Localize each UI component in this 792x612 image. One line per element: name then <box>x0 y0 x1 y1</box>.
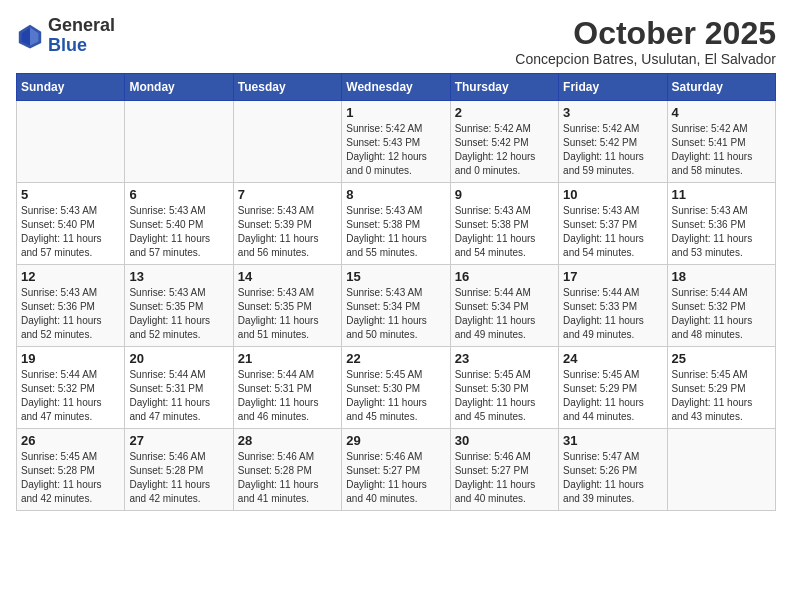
day-info: Sunrise: 5:45 AMSunset: 5:28 PMDaylight:… <box>21 450 120 506</box>
day-number: 19 <box>21 351 120 366</box>
day-info: Sunrise: 5:44 AMSunset: 5:32 PMDaylight:… <box>21 368 120 424</box>
calendar-cell: 5Sunrise: 5:43 AMSunset: 5:40 PMDaylight… <box>17 183 125 265</box>
day-number: 12 <box>21 269 120 284</box>
calendar-week-2: 12Sunrise: 5:43 AMSunset: 5:36 PMDayligh… <box>17 265 776 347</box>
day-number: 24 <box>563 351 662 366</box>
day-info: Sunrise: 5:43 AMSunset: 5:34 PMDaylight:… <box>346 286 445 342</box>
calendar-cell: 12Sunrise: 5:43 AMSunset: 5:36 PMDayligh… <box>17 265 125 347</box>
day-info: Sunrise: 5:44 AMSunset: 5:31 PMDaylight:… <box>238 368 337 424</box>
calendar-cell: 22Sunrise: 5:45 AMSunset: 5:30 PMDayligh… <box>342 347 450 429</box>
calendar-cell: 3Sunrise: 5:42 AMSunset: 5:42 PMDaylight… <box>559 101 667 183</box>
calendar-cell: 20Sunrise: 5:44 AMSunset: 5:31 PMDayligh… <box>125 347 233 429</box>
calendar-cell <box>667 429 775 511</box>
day-info: Sunrise: 5:43 AMSunset: 5:40 PMDaylight:… <box>129 204 228 260</box>
day-number: 26 <box>21 433 120 448</box>
day-info: Sunrise: 5:43 AMSunset: 5:40 PMDaylight:… <box>21 204 120 260</box>
day-info: Sunrise: 5:44 AMSunset: 5:33 PMDaylight:… <box>563 286 662 342</box>
day-number: 5 <box>21 187 120 202</box>
day-number: 21 <box>238 351 337 366</box>
day-info: Sunrise: 5:46 AMSunset: 5:28 PMDaylight:… <box>129 450 228 506</box>
day-info: Sunrise: 5:43 AMSunset: 5:39 PMDaylight:… <box>238 204 337 260</box>
weekday-header-thursday: Thursday <box>450 74 558 101</box>
day-info: Sunrise: 5:43 AMSunset: 5:37 PMDaylight:… <box>563 204 662 260</box>
calendar-cell <box>125 101 233 183</box>
day-info: Sunrise: 5:43 AMSunset: 5:35 PMDaylight:… <box>238 286 337 342</box>
calendar-cell <box>233 101 341 183</box>
calendar-cell: 28Sunrise: 5:46 AMSunset: 5:28 PMDayligh… <box>233 429 341 511</box>
logo: General Blue <box>16 16 115 56</box>
day-info: Sunrise: 5:45 AMSunset: 5:30 PMDaylight:… <box>346 368 445 424</box>
calendar-cell: 8Sunrise: 5:43 AMSunset: 5:38 PMDaylight… <box>342 183 450 265</box>
logo-icon <box>16 22 44 50</box>
day-info: Sunrise: 5:45 AMSunset: 5:30 PMDaylight:… <box>455 368 554 424</box>
day-info: Sunrise: 5:43 AMSunset: 5:35 PMDaylight:… <box>129 286 228 342</box>
calendar-cell: 15Sunrise: 5:43 AMSunset: 5:34 PMDayligh… <box>342 265 450 347</box>
calendar-cell: 9Sunrise: 5:43 AMSunset: 5:38 PMDaylight… <box>450 183 558 265</box>
day-info: Sunrise: 5:42 AMSunset: 5:42 PMDaylight:… <box>563 122 662 178</box>
day-info: Sunrise: 5:43 AMSunset: 5:38 PMDaylight:… <box>455 204 554 260</box>
day-number: 29 <box>346 433 445 448</box>
calendar-cell: 17Sunrise: 5:44 AMSunset: 5:33 PMDayligh… <box>559 265 667 347</box>
weekday-header-friday: Friday <box>559 74 667 101</box>
weekday-header-saturday: Saturday <box>667 74 775 101</box>
day-number: 27 <box>129 433 228 448</box>
day-info: Sunrise: 5:43 AMSunset: 5:36 PMDaylight:… <box>672 204 771 260</box>
calendar-cell: 18Sunrise: 5:44 AMSunset: 5:32 PMDayligh… <box>667 265 775 347</box>
calendar-cell: 1Sunrise: 5:42 AMSunset: 5:43 PMDaylight… <box>342 101 450 183</box>
day-number: 6 <box>129 187 228 202</box>
day-info: Sunrise: 5:42 AMSunset: 5:41 PMDaylight:… <box>672 122 771 178</box>
day-info: Sunrise: 5:46 AMSunset: 5:27 PMDaylight:… <box>455 450 554 506</box>
day-number: 15 <box>346 269 445 284</box>
calendar-week-0: 1Sunrise: 5:42 AMSunset: 5:43 PMDaylight… <box>17 101 776 183</box>
calendar-cell: 31Sunrise: 5:47 AMSunset: 5:26 PMDayligh… <box>559 429 667 511</box>
day-number: 16 <box>455 269 554 284</box>
day-number: 23 <box>455 351 554 366</box>
day-number: 9 <box>455 187 554 202</box>
calendar-week-3: 19Sunrise: 5:44 AMSunset: 5:32 PMDayligh… <box>17 347 776 429</box>
calendar-cell: 19Sunrise: 5:44 AMSunset: 5:32 PMDayligh… <box>17 347 125 429</box>
day-number: 28 <box>238 433 337 448</box>
calendar-table: SundayMondayTuesdayWednesdayThursdayFrid… <box>16 73 776 511</box>
day-number: 25 <box>672 351 771 366</box>
day-info: Sunrise: 5:42 AMSunset: 5:43 PMDaylight:… <box>346 122 445 178</box>
logo-text: General Blue <box>48 16 115 56</box>
day-number: 18 <box>672 269 771 284</box>
day-info: Sunrise: 5:42 AMSunset: 5:42 PMDaylight:… <box>455 122 554 178</box>
calendar-cell: 11Sunrise: 5:43 AMSunset: 5:36 PMDayligh… <box>667 183 775 265</box>
day-info: Sunrise: 5:45 AMSunset: 5:29 PMDaylight:… <box>563 368 662 424</box>
day-info: Sunrise: 5:44 AMSunset: 5:34 PMDaylight:… <box>455 286 554 342</box>
day-number: 31 <box>563 433 662 448</box>
day-info: Sunrise: 5:47 AMSunset: 5:26 PMDaylight:… <box>563 450 662 506</box>
calendar-week-4: 26Sunrise: 5:45 AMSunset: 5:28 PMDayligh… <box>17 429 776 511</box>
calendar-cell: 16Sunrise: 5:44 AMSunset: 5:34 PMDayligh… <box>450 265 558 347</box>
day-number: 11 <box>672 187 771 202</box>
day-info: Sunrise: 5:44 AMSunset: 5:32 PMDaylight:… <box>672 286 771 342</box>
day-number: 13 <box>129 269 228 284</box>
day-info: Sunrise: 5:46 AMSunset: 5:28 PMDaylight:… <box>238 450 337 506</box>
day-info: Sunrise: 5:45 AMSunset: 5:29 PMDaylight:… <box>672 368 771 424</box>
day-info: Sunrise: 5:43 AMSunset: 5:36 PMDaylight:… <box>21 286 120 342</box>
calendar-cell: 30Sunrise: 5:46 AMSunset: 5:27 PMDayligh… <box>450 429 558 511</box>
location-subtitle: Concepcion Batres, Usulutan, El Salvador <box>515 51 776 67</box>
weekday-header-monday: Monday <box>125 74 233 101</box>
calendar-cell: 25Sunrise: 5:45 AMSunset: 5:29 PMDayligh… <box>667 347 775 429</box>
calendar-cell: 10Sunrise: 5:43 AMSunset: 5:37 PMDayligh… <box>559 183 667 265</box>
day-info: Sunrise: 5:46 AMSunset: 5:27 PMDaylight:… <box>346 450 445 506</box>
day-number: 20 <box>129 351 228 366</box>
day-number: 8 <box>346 187 445 202</box>
calendar-cell: 27Sunrise: 5:46 AMSunset: 5:28 PMDayligh… <box>125 429 233 511</box>
weekday-header-sunday: Sunday <box>17 74 125 101</box>
calendar-cell: 7Sunrise: 5:43 AMSunset: 5:39 PMDaylight… <box>233 183 341 265</box>
calendar-cell: 14Sunrise: 5:43 AMSunset: 5:35 PMDayligh… <box>233 265 341 347</box>
weekday-header-tuesday: Tuesday <box>233 74 341 101</box>
day-number: 10 <box>563 187 662 202</box>
calendar-week-1: 5Sunrise: 5:43 AMSunset: 5:40 PMDaylight… <box>17 183 776 265</box>
day-number: 3 <box>563 105 662 120</box>
calendar-cell: 4Sunrise: 5:42 AMSunset: 5:41 PMDaylight… <box>667 101 775 183</box>
day-number: 30 <box>455 433 554 448</box>
day-number: 14 <box>238 269 337 284</box>
title-block: October 2025 Concepcion Batres, Usulutan… <box>515 16 776 67</box>
calendar-cell <box>17 101 125 183</box>
calendar-cell: 29Sunrise: 5:46 AMSunset: 5:27 PMDayligh… <box>342 429 450 511</box>
day-number: 1 <box>346 105 445 120</box>
